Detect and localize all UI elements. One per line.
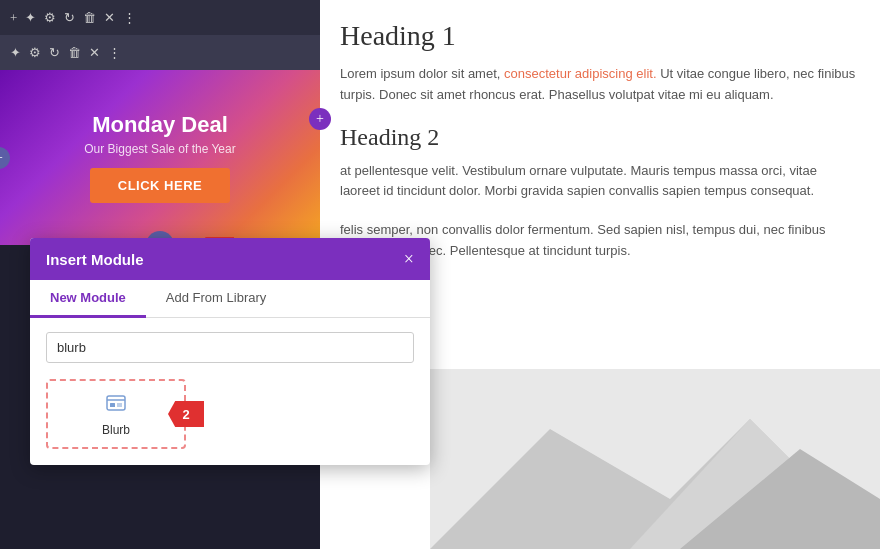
- blurb-module-item[interactable]: Blurb 2: [46, 379, 186, 449]
- delete-icon[interactable]: 🗑: [83, 10, 96, 26]
- settings-icon[interactable]: ✦: [25, 10, 36, 26]
- dialog-title: Insert Module: [46, 251, 144, 268]
- mountain-image: [430, 369, 880, 549]
- tab-new-module[interactable]: New Module: [30, 280, 146, 318]
- module-search-input[interactable]: [46, 332, 414, 363]
- dialog-close-button[interactable]: ×: [404, 250, 414, 268]
- side-plus-button[interactable]: +: [0, 147, 10, 169]
- dialog-search-area: [30, 318, 430, 371]
- drag-icon[interactable]: ✦: [10, 45, 21, 61]
- tab-add-from-library[interactable]: Add From Library: [146, 280, 286, 317]
- blurb-module-label: Blurb: [102, 423, 130, 437]
- hero-cta-button[interactable]: CLICK HERE: [90, 168, 230, 203]
- add-icon[interactable]: +: [10, 10, 17, 26]
- blurb-icon: [105, 392, 127, 419]
- content-link[interactable]: consectetur adipiscing elit.: [504, 66, 656, 81]
- top-toolbar: + ✦ ⚙ ↻ 🗑 ✕ ⋮: [0, 0, 320, 35]
- add-section-button[interactable]: +: [309, 108, 331, 130]
- duplicate2-icon[interactable]: ↻: [49, 45, 60, 61]
- dialog-tabs: New Module Add From Library: [30, 280, 430, 318]
- reset-icon[interactable]: ↻: [64, 10, 75, 26]
- insert-module-dialog: Insert Module × New Module Add From Libr…: [30, 238, 430, 465]
- module-settings-icon[interactable]: ⚙: [29, 45, 41, 61]
- hero-section: + Monday Deal Our Biggest Sale of the Ye…: [0, 70, 320, 245]
- paragraph-2: at pellentesque velit. Vestibulum ornare…: [340, 161, 860, 203]
- badge-2: 2: [168, 401, 204, 427]
- svg-rect-6: [110, 403, 115, 407]
- close-icon[interactable]: ✕: [104, 10, 115, 26]
- heading-1: Heading 1: [340, 20, 860, 52]
- hero-subtitle: Our Biggest Sale of the Year: [84, 142, 235, 156]
- duplicate-icon[interactable]: ⚙: [44, 10, 56, 26]
- dialog-header: Insert Module ×: [30, 238, 430, 280]
- more2-icon[interactable]: ⋮: [108, 45, 121, 61]
- hero-title: Monday Deal: [92, 112, 228, 138]
- module-grid: Blurb 2: [30, 371, 430, 465]
- delete2-icon[interactable]: ✕: [89, 45, 100, 61]
- more-icon[interactable]: ⋮: [123, 10, 136, 26]
- paragraph-1: Lorem ipsum dolor sit amet, consectetur …: [340, 64, 860, 106]
- svg-rect-4: [107, 396, 125, 410]
- second-toolbar: ✦ ⚙ ↻ 🗑 ✕ ⋮: [0, 35, 320, 70]
- disable-icon[interactable]: 🗑: [68, 45, 81, 61]
- heading-2: Heading 2: [340, 124, 860, 151]
